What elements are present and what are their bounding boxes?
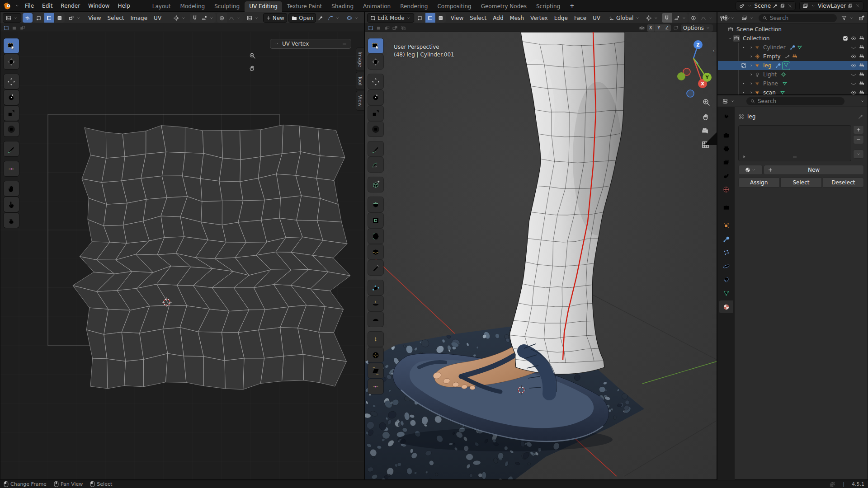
vp-bevel-tool[interactable] [368, 229, 383, 244]
viewlayer-selector[interactable]: ViewLayer [799, 1, 863, 10]
uv-move-tool[interactable] [4, 74, 19, 89]
outliner-row-scene-collection[interactable]: Scene Collection [717, 25, 868, 34]
tab-object-data[interactable] [719, 287, 733, 300]
options-dropdown[interactable]: Options [681, 24, 713, 32]
workspace-tab-texture-paint[interactable]: Texture Paint [283, 1, 326, 12]
eye-closed[interactable] [850, 44, 857, 51]
camera-render[interactable] [859, 71, 865, 78]
editor-type-button[interactable] [3, 13, 21, 23]
tab-modifiers[interactable] [719, 233, 733, 245]
workspace-tab-scripting[interactable]: Scripting [532, 1, 565, 12]
tab-tool[interactable] [719, 111, 733, 123]
chevron-down-icon[interactable] [860, 99, 865, 104]
mirror-axis-y[interactable]: Y [655, 24, 663, 32]
active-tool-box-icon[interactable] [368, 25, 374, 31]
gizmos-dropdown[interactable] [325, 13, 343, 23]
remove-material-slot-button[interactable] [853, 135, 864, 144]
tab-material[interactable] [719, 300, 733, 313]
snap-target-dropdown[interactable] [200, 13, 216, 23]
mirror-axis-z[interactable]: Z [663, 24, 671, 32]
browse-material-dropdown[interactable] [738, 165, 763, 175]
uv-image-dropdown[interactable] [244, 13, 262, 23]
eye-closed[interactable] [850, 71, 857, 78]
eye-open[interactable] [850, 53, 857, 60]
edge-select-button[interactable] [425, 13, 435, 23]
image-open-button[interactable]: Open [288, 13, 316, 23]
vp-move-tool[interactable] [368, 74, 383, 89]
mirror-icon[interactable] [639, 25, 645, 31]
assign-button[interactable]: Assign [738, 178, 779, 188]
tab-render[interactable] [719, 129, 733, 141]
uv-vertex-panel[interactable]: UV Vertex [270, 39, 351, 49]
eye-open[interactable] [850, 62, 857, 69]
uv-menu-select[interactable]: Select [104, 14, 127, 22]
viewport-canvas[interactable]: Z X Y [365, 32, 717, 479]
eye-closed[interactable] [850, 80, 857, 87]
uv-select-face-button[interactable] [55, 13, 65, 23]
camera-render[interactable] [859, 62, 865, 69]
copy-icon[interactable] [780, 3, 785, 9]
snap-toggle[interactable] [662, 13, 672, 23]
uv-sidebar-tab-image[interactable]: Image [356, 47, 364, 71]
vp-shrink-fatten-tool[interactable] [368, 347, 383, 362]
tab-collection[interactable] [719, 201, 733, 214]
uv-sidebar-tab-view[interactable]: View [356, 91, 364, 111]
workspace-tab-geometry-nodes[interactable]: Geometry Nodes [476, 1, 531, 12]
uv-scale-tool[interactable] [4, 106, 19, 121]
pin-icon[interactable] [858, 113, 864, 120]
proportional-falloff-dropdown[interactable] [227, 13, 243, 23]
uv-pinch-tool[interactable] [4, 213, 19, 228]
viewport-menu-face[interactable]: Face [571, 14, 590, 22]
uv-select-edge-button[interactable] [44, 13, 54, 23]
transform-orientation-dropdown[interactable]: Global [606, 13, 642, 23]
add-workspace-button[interactable]: + [566, 2, 578, 10]
tab-physics[interactable] [719, 260, 733, 272]
uv-relax-tool[interactable] [4, 197, 19, 212]
viewport-menu-vertex[interactable]: Vertex [527, 14, 551, 22]
proportional-falloff-dropdown[interactable] [699, 13, 714, 23]
pivot-point-dropdown[interactable] [643, 13, 661, 23]
expand-arrow-icon[interactable] [741, 154, 747, 160]
workspace-tab-layout[interactable]: Layout [148, 1, 175, 12]
outliner-row-collection[interactable]: Collection [717, 34, 868, 43]
scene-selector[interactable]: Scene [736, 1, 796, 10]
copy-icon[interactable] [848, 3, 853, 9]
blender-logo-icon[interactable] [3, 1, 12, 10]
overlays-dropdown[interactable] [344, 13, 362, 23]
vp-loop-cut-tool[interactable] [368, 244, 383, 259]
camera-render[interactable] [859, 89, 865, 95]
mirror-axis-x[interactable]: X [647, 24, 655, 32]
properties-search-input[interactable]: Search [746, 97, 844, 105]
outliner-row-light[interactable]: Light [718, 70, 868, 79]
outliner-row-empty[interactable]: Empty [718, 52, 868, 61]
vp-rip-region-tool[interactable] [368, 379, 383, 394]
uv-rotate-tool[interactable] [4, 90, 19, 105]
tab-object[interactable] [719, 219, 733, 232]
camera-render[interactable] [859, 35, 865, 42]
eye-open[interactable] [850, 89, 857, 95]
workspace-tab-animation[interactable]: Animation [359, 1, 395, 12]
menu-file[interactable]: File [21, 2, 38, 10]
add-material-slot-button[interactable] [853, 125, 864, 134]
tab-world[interactable] [719, 183, 733, 196]
uv-tweak-select-tool[interactable] [4, 38, 19, 53]
vp-scale-tool[interactable] [368, 106, 383, 121]
active-tool-box-icon[interactable] [3, 25, 9, 31]
workspace-tab-rendering[interactable]: Rendering [396, 1, 432, 12]
uv-menu-uv[interactable]: UV [151, 14, 165, 22]
visibility-dropdown[interactable] [716, 13, 734, 23]
chevron-down-icon[interactable] [14, 3, 20, 9]
properties-editor-type-button[interactable] [720, 96, 737, 106]
viewport-menu-uv[interactable]: UV [590, 14, 604, 22]
pin-icon[interactable] [773, 3, 778, 9]
vp-rotate-tool[interactable] [368, 90, 383, 105]
outliner-row-cylinder[interactable]: Cylinder [718, 43, 868, 52]
vp-transform-tool[interactable] [368, 122, 383, 136]
proportional-edit-toggle[interactable] [689, 13, 698, 23]
mode-dropdown[interactable]: Edit Mode [367, 13, 414, 23]
outliner-search-input[interactable]: Search [759, 14, 837, 22]
material-specials-menu[interactable] [853, 150, 864, 159]
new-material-button[interactable]: New [764, 165, 864, 175]
menu-render[interactable]: Render [57, 2, 84, 10]
uv-cursor-2d-tool[interactable] [4, 54, 19, 69]
